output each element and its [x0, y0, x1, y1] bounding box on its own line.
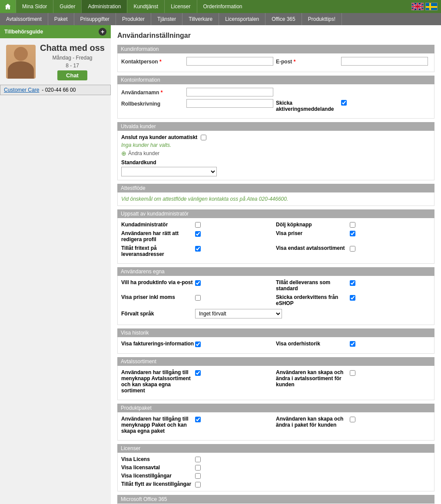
redigera-profil-checkbox[interactable] — [195, 231, 201, 237]
add-icon[interactable]: + — [99, 28, 106, 36]
subnav-avtalssortiment[interactable]: Avtalssortiment — [0, 13, 48, 25]
avtalssortiment-access-checkbox[interactable] — [195, 370, 201, 376]
contact-label: Kontaktperson * — [121, 58, 186, 65]
produktinfo-checkbox[interactable] — [195, 280, 201, 286]
subnav-licensportalen[interactable]: Licensportalen — [219, 13, 265, 25]
visa-licens-checkbox[interactable] — [195, 457, 201, 462]
subnav-tjanster[interactable]: Tjänster — [151, 13, 182, 25]
visa-licensavtal-row: Visa licensavtal — [121, 464, 431, 471]
section-header-customer-info: Kundinformation — [117, 45, 434, 53]
flag-uk[interactable] — [411, 3, 424, 10]
section-header-attest-flow: Attestflöde — [117, 184, 434, 192]
avtalssortiment-edit-checkbox[interactable] — [350, 370, 355, 376]
section-header-licenses: Licenser — [117, 444, 434, 453]
content-area: Användarinställningar Kundinformation Ko… — [111, 25, 441, 504]
contact-input[interactable] — [186, 57, 273, 66]
section-header-history: Visa historik — [117, 328, 434, 337]
package-row-1: Användaren har tillgång till menyknapp P… — [121, 416, 431, 434]
chat-hours: 8 - 17 — [40, 63, 105, 69]
attest-note: Vid önskemål om attestflöde vänligen kon… — [121, 196, 431, 202]
forvalt-sprak-select[interactable]: Inget förvalt — [195, 309, 282, 318]
fakturering-checkbox[interactable] — [195, 342, 201, 347]
subnav-produkttips[interactable]: Produkttips! — [302, 13, 342, 25]
visa-licens-label: Visa Licens — [121, 456, 195, 462]
section-header-admin-setup: Uppsatt av kundadministratör — [117, 209, 434, 218]
customer-care-link[interactable]: Customer Care — [4, 87, 39, 93]
nav-licenser[interactable]: Licenser — [164, 0, 196, 13]
subnav-paket[interactable]: Paket — [48, 13, 74, 25]
admin-row-1: Kundadministratör Dölj köpknapp — [121, 222, 431, 228]
paket-access-label: Användaren har tillgång till menyknapp P… — [121, 416, 195, 434]
section-header-selected-customers: Utvalda kunder — [117, 122, 434, 131]
visa-priser-label: Visa priser — [276, 230, 350, 236]
subnav-produkter[interactable]: Produkter — [116, 13, 151, 25]
tillat-flytt-checkbox[interactable] — [195, 482, 201, 487]
section-office365: Microsoft Office 365 Is Office 365 admin — [117, 495, 434, 504]
admin-row-3: Tillåt fritext på leveransadresser Visa … — [121, 245, 431, 257]
kundadmin-checkbox[interactable] — [195, 222, 201, 228]
role-label: Rollbeskrivning — [121, 100, 186, 107]
change-customers-link[interactable]: ⊕ Ändra kunder — [121, 150, 431, 157]
visa-licenstillgangar-checkbox[interactable] — [195, 473, 201, 479]
chat-person-image — [6, 45, 36, 79]
delleverans-checkbox[interactable] — [350, 280, 355, 286]
visa-avtalssortiment-label: Visa endast avtalssortiment — [276, 245, 350, 251]
paket-access-checkbox[interactable] — [195, 417, 201, 422]
fritext-leverans-checkbox[interactable] — [195, 246, 201, 252]
paket-edit-checkbox[interactable] — [350, 417, 355, 422]
section-customer-info: Kundinformation Kontaktperson * E-post — [117, 45, 434, 72]
nav-orderinformation[interactable]: Orderinformation — [197, 0, 249, 13]
avtalssortiment-edit-label: Användaren kan skapa och ändra i avtalss… — [276, 369, 350, 388]
chat-area: Chatta med oss Måndag - Fredag 8 - 17 Ch… — [0, 38, 111, 85]
kundadmin-label: Kundadministratör — [121, 222, 195, 228]
user-row-3: Förvalt språk Inget förvalt — [121, 309, 431, 318]
user-row-2: Visa priser inkl moms Skicka orderkvitte… — [121, 294, 431, 306]
visa-licens-row: Visa Licens — [121, 456, 431, 462]
role-input[interactable] — [186, 99, 273, 108]
tillat-flytt-label: Tillåt flytt av licenstillgångar — [121, 481, 195, 487]
subnav-office365[interactable]: Office 365 — [265, 13, 302, 25]
dolj-kopknapp-checkbox[interactable] — [350, 222, 355, 228]
contract-row-1: Användaren har tillgång till menyknapp A… — [121, 369, 431, 394]
chat-text: Chatta med oss Måndag - Fredag 8 - 17 Ch… — [40, 43, 105, 80]
section-header-account-info: Kontoinformation — [117, 76, 434, 84]
home-button[interactable] — [0, 0, 16, 13]
history-row-1: Visa fakturerings-information Visa order… — [121, 341, 431, 347]
priser-moms-checkbox[interactable] — [195, 295, 201, 301]
orderkvittens-checkbox[interactable] — [350, 295, 355, 301]
visa-licensavtal-checkbox[interactable] — [195, 465, 201, 471]
nav-kundtjanst[interactable]: Kundtjänst — [127, 0, 164, 13]
auto-connect-row: Anslut nya kunder automatiskt — [121, 134, 431, 140]
auto-connect-checkbox[interactable] — [201, 135, 206, 140]
standard-customer-select[interactable] — [121, 167, 217, 176]
send-activation-checkbox[interactable] — [341, 100, 347, 106]
page-title: Användarinställningar — [117, 32, 434, 40]
email-input[interactable] — [341, 57, 428, 66]
nav-guider[interactable]: Guider — [53, 0, 81, 13]
visa-licenstillgangar-label: Visa licenstillgångar — [121, 473, 195, 479]
username-label: Användarnamn * — [121, 89, 186, 96]
section-admin-setup: Uppsatt av kundadministratör Kundadminis… — [117, 209, 434, 264]
sidebar: Tillbehörsguide + Chatta med oss Måndag … — [0, 25, 111, 504]
section-body-user-own: Vill ha produktinfo via e-post Tillåt de… — [117, 276, 434, 325]
orderhistorik-checkbox[interactable] — [350, 341, 355, 347]
username-input[interactable] — [186, 88, 273, 96]
flag-sweden[interactable] — [425, 3, 438, 10]
nav-administration[interactable]: Administration — [81, 0, 127, 13]
visa-priser-checkbox[interactable] — [350, 231, 355, 236]
top-navigation: Mina Sidor Guider Administration Kundtjä… — [0, 0, 441, 13]
delleverans-label: Tillåt delleverans som standard — [276, 279, 350, 292]
standard-customer-label: Standardkund — [121, 159, 431, 166]
send-activation-label: Skicka aktiveringsmeddelande — [276, 100, 341, 112]
auto-connect-label: Anslut nya kunder automatiskt — [121, 134, 197, 140]
subnav-tillverkare[interactable]: Tillverkare — [182, 13, 219, 25]
visa-avtalssortiment-checkbox[interactable] — [350, 246, 355, 252]
chat-button[interactable]: Chat — [57, 70, 87, 80]
subnav-prisuppgifter[interactable]: Prisuppgifter — [74, 13, 116, 25]
no-selected-text: Inga kunder har valts. — [121, 142, 431, 148]
svg-rect-11 — [426, 6, 438, 8]
nav-mina-sidor[interactable]: Mina Sidor — [16, 0, 53, 13]
section-body-account-info: Användarnamn * Rollbeskrivning — [117, 84, 434, 119]
tillat-flytt-row: Tillåt flytt av licenstillgångar — [121, 481, 431, 487]
accessory-guide-label: Tillbehörsguide — [4, 29, 43, 35]
